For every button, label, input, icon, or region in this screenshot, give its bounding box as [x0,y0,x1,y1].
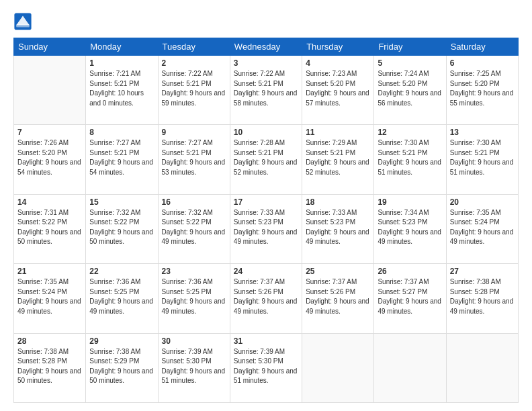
calendar-cell: 3Sunrise: 7:22 AM Sunset: 5:21 PM Daylig… [230,56,302,125]
calendar-cell: 7Sunrise: 7:26 AM Sunset: 5:20 PM Daylig… [14,125,86,194]
calendar-cell: 29Sunrise: 7:38 AM Sunset: 5:29 PM Dayli… [86,333,158,402]
day-info: Sunrise: 7:37 AM Sunset: 5:27 PM Dayligh… [378,277,442,316]
calendar-cell: 31Sunrise: 7:39 AM Sunset: 5:30 PM Dayli… [230,333,302,402]
day-number: 11 [306,128,370,137]
day-info: Sunrise: 7:26 AM Sunset: 5:20 PM Dayligh… [17,138,82,177]
day-info: Sunrise: 7:35 AM Sunset: 5:24 PM Dayligh… [450,208,515,247]
calendar-cell: 9Sunrise: 7:27 AM Sunset: 5:21 PM Daylig… [158,125,230,194]
day-number: 6 [450,58,515,68]
calendar-cell [302,333,374,402]
day-info: Sunrise: 7:36 AM Sunset: 5:25 PM Dayligh… [162,277,226,316]
calendar-cell: 16Sunrise: 7:32 AM Sunset: 5:22 PM Dayli… [158,194,230,263]
day-number: 24 [234,267,298,276]
day-info: Sunrise: 7:34 AM Sunset: 5:23 PM Dayligh… [378,208,442,247]
col-header-monday: Monday [86,38,158,56]
calendar-cell: 18Sunrise: 7:33 AM Sunset: 5:23 PM Dayli… [302,194,374,263]
calendar-cell: 21Sunrise: 7:35 AM Sunset: 5:24 PM Dayli… [14,264,86,333]
day-number: 16 [162,197,226,207]
calendar-cell [446,333,518,402]
day-info: Sunrise: 7:22 AM Sunset: 5:21 PM Dayligh… [162,69,226,108]
day-info: Sunrise: 7:38 AM Sunset: 5:28 PM Dayligh… [450,277,515,316]
calendar-cell: 6Sunrise: 7:25 AM Sunset: 5:20 PM Daylig… [446,56,518,125]
calendar-week-4: 28Sunrise: 7:38 AM Sunset: 5:28 PM Dayli… [14,333,519,402]
day-info: Sunrise: 7:32 AM Sunset: 5:22 PM Dayligh… [162,208,226,247]
day-number: 2 [162,58,226,68]
col-header-wednesday: Wednesday [230,38,302,56]
day-number: 7 [17,128,82,137]
day-info: Sunrise: 7:32 AM Sunset: 5:22 PM Dayligh… [89,208,154,247]
calendar-week-2: 14Sunrise: 7:31 AM Sunset: 5:22 PM Dayli… [14,194,519,263]
day-info: Sunrise: 7:25 AM Sunset: 5:20 PM Dayligh… [450,69,515,108]
day-number: 30 [162,336,226,346]
day-info: Sunrise: 7:21 AM Sunset: 5:21 PM Dayligh… [89,69,154,108]
calendar-cell: 27Sunrise: 7:38 AM Sunset: 5:28 PM Dayli… [446,264,518,333]
day-number: 29 [89,336,154,346]
calendar-week-1: 7Sunrise: 7:26 AM Sunset: 5:20 PM Daylig… [14,125,519,194]
calendar-cell: 5Sunrise: 7:24 AM Sunset: 5:20 PM Daylig… [374,56,446,125]
day-number: 14 [17,197,82,207]
day-info: Sunrise: 7:38 AM Sunset: 5:29 PM Dayligh… [89,347,154,386]
calendar-cell: 28Sunrise: 7:38 AM Sunset: 5:28 PM Dayli… [14,333,86,402]
day-number: 25 [306,267,370,276]
day-number: 5 [378,58,442,68]
day-number: 23 [162,267,226,276]
day-number: 4 [306,58,370,68]
day-info: Sunrise: 7:23 AM Sunset: 5:20 PM Dayligh… [306,69,370,108]
day-info: Sunrise: 7:38 AM Sunset: 5:28 PM Dayligh… [17,347,82,386]
calendar-cell: 30Sunrise: 7:39 AM Sunset: 5:30 PM Dayli… [158,333,230,402]
day-info: Sunrise: 7:39 AM Sunset: 5:30 PM Dayligh… [162,347,226,386]
calendar-body: 1Sunrise: 7:21 AM Sunset: 5:21 PM Daylig… [14,56,519,403]
col-header-tuesday: Tuesday [158,38,230,56]
day-number: 28 [17,336,82,346]
calendar-cell: 15Sunrise: 7:32 AM Sunset: 5:22 PM Dayli… [86,194,158,263]
calendar-cell: 12Sunrise: 7:30 AM Sunset: 5:21 PM Dayli… [374,125,446,194]
header [13,12,519,31]
calendar-cell: 20Sunrise: 7:35 AM Sunset: 5:24 PM Dayli… [446,194,518,263]
calendar-cell: 11Sunrise: 7:29 AM Sunset: 5:21 PM Dayli… [302,125,374,194]
day-number: 27 [450,267,515,276]
calendar-cell: 19Sunrise: 7:34 AM Sunset: 5:23 PM Dayli… [374,194,446,263]
day-number: 9 [162,128,226,137]
day-info: Sunrise: 7:30 AM Sunset: 5:21 PM Dayligh… [378,138,442,177]
day-info: Sunrise: 7:27 AM Sunset: 5:21 PM Dayligh… [162,138,226,177]
day-info: Sunrise: 7:33 AM Sunset: 5:23 PM Dayligh… [234,208,298,247]
calendar-cell: 25Sunrise: 7:37 AM Sunset: 5:26 PM Dayli… [302,264,374,333]
col-header-saturday: Saturday [446,38,518,56]
day-number: 12 [378,128,442,137]
day-number: 31 [234,336,298,346]
calendar-week-3: 21Sunrise: 7:35 AM Sunset: 5:24 PM Dayli… [14,264,519,333]
calendar-week-0: 1Sunrise: 7:21 AM Sunset: 5:21 PM Daylig… [14,56,519,125]
day-number: 26 [378,267,442,276]
calendar-cell: 13Sunrise: 7:30 AM Sunset: 5:21 PM Dayli… [446,125,518,194]
calendar-cell: 26Sunrise: 7:37 AM Sunset: 5:27 PM Dayli… [374,264,446,333]
logo [13,12,35,31]
day-info: Sunrise: 7:37 AM Sunset: 5:26 PM Dayligh… [306,277,370,316]
day-info: Sunrise: 7:22 AM Sunset: 5:21 PM Dayligh… [234,69,298,108]
svg-rect-2 [16,24,30,27]
day-number: 19 [378,197,442,207]
calendar-cell: 10Sunrise: 7:28 AM Sunset: 5:21 PM Dayli… [230,125,302,194]
day-number: 3 [234,58,298,68]
day-number: 17 [234,197,298,207]
col-header-sunday: Sunday [14,38,86,56]
logo-icon [13,12,32,31]
day-info: Sunrise: 7:37 AM Sunset: 5:26 PM Dayligh… [234,277,298,316]
calendar-cell: 4Sunrise: 7:23 AM Sunset: 5:20 PM Daylig… [302,56,374,125]
col-header-thursday: Thursday [302,38,374,56]
day-number: 13 [450,128,515,137]
day-info: Sunrise: 7:33 AM Sunset: 5:23 PM Dayligh… [306,208,370,247]
calendar-table: SundayMondayTuesdayWednesdayThursdayFrid… [13,38,519,403]
calendar-cell: 23Sunrise: 7:36 AM Sunset: 5:25 PM Dayli… [158,264,230,333]
day-number: 15 [89,197,154,207]
col-header-friday: Friday [374,38,446,56]
calendar-cell: 24Sunrise: 7:37 AM Sunset: 5:26 PM Dayli… [230,264,302,333]
day-number: 10 [234,128,298,137]
day-info: Sunrise: 7:24 AM Sunset: 5:20 PM Dayligh… [378,69,442,108]
day-info: Sunrise: 7:30 AM Sunset: 5:21 PM Dayligh… [450,138,515,177]
day-info: Sunrise: 7:31 AM Sunset: 5:22 PM Dayligh… [17,208,82,247]
day-number: 20 [450,197,515,207]
day-info: Sunrise: 7:39 AM Sunset: 5:30 PM Dayligh… [234,347,298,386]
day-info: Sunrise: 7:27 AM Sunset: 5:21 PM Dayligh… [89,138,154,177]
day-info: Sunrise: 7:28 AM Sunset: 5:21 PM Dayligh… [234,138,298,177]
day-info: Sunrise: 7:29 AM Sunset: 5:21 PM Dayligh… [306,138,370,177]
